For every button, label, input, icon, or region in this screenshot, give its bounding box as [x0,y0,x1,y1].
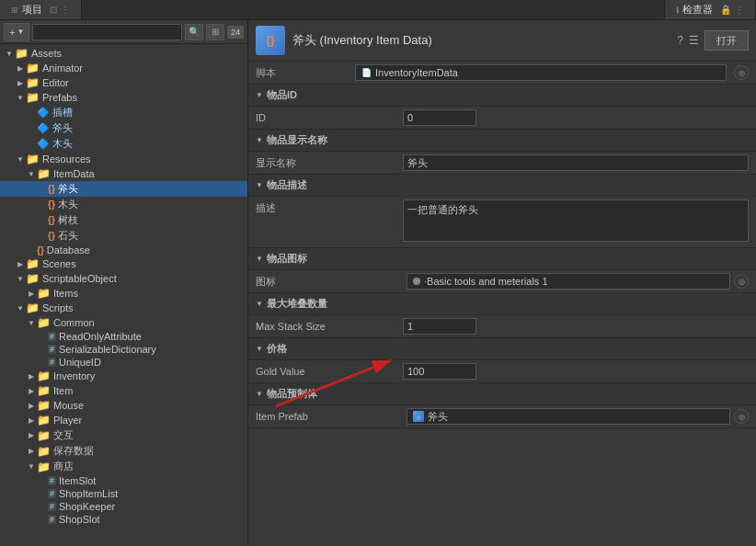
display-name-input[interactable] [403,154,749,171]
tree-item[interactable]: 🔷 斧头 [0,120,247,136]
tree-item[interactable]: ▶ 📁 Animator [0,61,247,75]
inspector-object-header: {} 斧头 (Inventory Item Data) ? ☰ 打开 [248,20,756,62]
inspector-tab-label: 检查器 [682,3,713,17]
inspector-tab[interactable]: ℹ 检查器 🔒 ⋮ [664,0,756,19]
section-arrow[interactable]: ▼ [256,91,263,99]
tree-item[interactable]: ▶ 📁 Player [0,413,247,427]
tree-item[interactable]: 🔷 木头 [0,136,247,152]
tree-item-label: 交互 [53,428,74,442]
tree-item[interactable]: # ReadOnlyAttribute [0,330,247,343]
tree-item-label: Inventory [53,370,95,381]
arrow-closed-icon: ▶ [26,416,37,425]
tree-item[interactable]: 🔷 插槽 [0,105,247,120]
gold-label: Gold Value [256,366,403,377]
add-dropdown-icon: ▼ [17,28,24,36]
tree-item[interactable]: # SerializableDictionary [0,343,247,356]
folder-icon: 📁 [26,62,40,74]
folder-icon: 📁 [37,316,51,329]
section-arrow[interactable]: ▼ [256,181,263,189]
arrow-closed-icon: ▶ [15,64,26,73]
tree-item[interactable]: # UniqueID [0,356,247,369]
folder-icon: 📁 [26,257,40,270]
open-button[interactable]: 打开 [704,30,749,51]
prefab-cube-icon: ◇ [413,411,424,422]
tree-item-label: ScriptableObject [42,273,117,284]
tree-item[interactable]: {} 树枝 [0,212,247,228]
add-button[interactable]: + ▼ [4,23,29,41]
section-arrow[interactable]: ▼ [256,255,263,263]
arrow-open-icon: ▼ [15,304,26,313]
tree-item[interactable]: ▶ 📁 Editor [0,75,247,90]
prefab-select-btn[interactable]: ◎ [734,409,749,424]
layout-btn[interactable]: ⊞ [206,24,224,40]
gold-input[interactable] [403,363,476,380]
maxstack-row: Max Stack Size [248,315,756,338]
tree-item-label: Resources [42,154,91,165]
price-section-header: ▼ 价格 [248,338,756,360]
tree-item[interactable]: {} 木头 [0,197,247,212]
arrow-closed-icon: ▶ [26,290,37,298]
icon-section-header: ▼ 物品图标 [248,248,756,270]
folder-icon: 📁 [37,414,51,427]
tree-item[interactable]: # ShopItemList [0,487,247,500]
script-icon: # [48,332,56,341]
maxstack-input[interactable] [403,318,476,335]
plus-icon: + [9,27,15,38]
tree-item[interactable]: ▶ 📁 Mouse [0,398,247,413]
tree-item[interactable]: ▼ 📁 Scripts [0,301,247,315]
tree-item-label: SerializableDictionary [59,344,156,355]
icon-select-btn[interactable]: ◎ [734,274,749,289]
script-value: InventoryItemData [375,67,458,78]
tree-item-label: 斧头 [58,182,78,196]
folder-icon: 📁 [37,445,51,458]
tree-item-label: 石头 [58,229,78,243]
section-arrow[interactable]: ▼ [256,345,263,353]
tree-item[interactable]: ▼ 📁 商店 [0,459,247,474]
script-field-row: 脚本 📄 InventoryItemData ◎ [248,62,756,85]
tree-item-label: Animator [42,63,83,74]
inspector-body: ▼ 物品ID ID ▼ 物品显示名称 显示名称 ▼ [248,85,756,546]
arrow-open-icon: ▼ [26,170,37,178]
tree-item[interactable]: {} Database [0,244,247,256]
tree-item-label: ShopItemList [59,488,118,499]
tree-item[interactable]: ▶ 📁 Item [0,383,247,398]
script-icon: # [48,515,56,524]
prefab-value: 斧头 [428,410,448,424]
tree-item[interactable]: # ItemSlot [0,474,247,487]
prefab-section-header: ▼ 物品预制体 [248,383,756,405]
tree-item[interactable]: ▶ 📁 Items [0,286,247,301]
prefab-icon: 🔷 [37,122,50,134]
desc-textarea[interactable]: 一把普通的斧头 [403,199,749,242]
folder-icon: 📁 [37,461,51,473]
tree-item[interactable]: ▶ 📁 保存数据 [0,443,247,459]
tree-item-label: Prefabs [42,92,77,103]
maxstack-section-header: ▼ 最大堆叠数量 [248,293,756,315]
desc-row: 描述 一把普通的斧头 [248,197,756,248]
tree-item[interactable]: ▶ 📁 Scenes [0,256,247,271]
search-icon-btn[interactable]: 🔍 [185,24,203,40]
tree-item-selected[interactable]: {} 斧头 [0,181,247,197]
folder-icon: 📁 [37,399,51,412]
tree-item[interactable]: ▼ 📁 ItemData [0,166,247,181]
tree-item[interactable]: ▼ 📁 ScriptableObject [0,271,247,286]
tree-item[interactable]: # ShopKeeper [0,500,247,513]
arrow-closed-icon: ▶ [15,79,26,87]
tree-item[interactable]: ▶ 📁 Inventory [0,369,247,383]
arrow-closed-icon: ▶ [26,387,37,395]
tree-item[interactable]: ▼ 📁 Assets [0,46,247,61]
tree-item[interactable]: ▶ 📁 交互 [0,427,247,443]
tree-item[interactable]: {} 石头 [0,228,247,244]
tree-item[interactable]: ▼ 📁 Common [0,315,247,330]
script-select-icon[interactable]: ◎ [734,65,749,80]
tree-item[interactable]: # ShopSlot [0,513,247,526]
script-doc-icon: 📄 [361,68,372,77]
tree-item[interactable]: ▼ 📁 Resources [0,152,247,166]
section-arrow[interactable]: ▼ [256,390,263,398]
tree-item-label: ShopKeeper [59,501,115,512]
section-arrow[interactable]: ▼ [256,300,263,308]
section-arrow[interactable]: ▼ [256,136,263,144]
search-input[interactable] [32,24,182,40]
id-input[interactable] [403,109,476,126]
left-tab[interactable]: ⊞ 项目 ⊡ ⋮ [0,0,82,19]
tree-item[interactable]: ▼ 📁 Prefabs [0,90,247,105]
